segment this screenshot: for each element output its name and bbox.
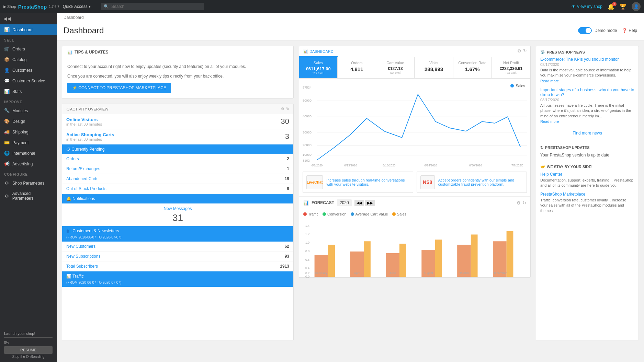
svg-text:June: June (389, 271, 396, 275)
active-carts-count: 3 (285, 132, 289, 141)
forecast-prev[interactable]: ◀◀ (354, 200, 364, 206)
notifications-icon[interactable]: 🔔1 (608, 3, 614, 10)
demo-toggle-switch[interactable] (578, 27, 592, 34)
sidebar-item-dashboard[interactable]: 📊 Dashboard (0, 24, 57, 35)
help-button[interactable]: ❓ Help (622, 28, 637, 33)
stats-icon: 📊 (4, 89, 10, 94)
sidebar-item-advanced-params[interactable]: ⚙ Advanced Parameters (0, 188, 57, 203)
update-icon: ↻ (540, 145, 543, 150)
online-visitors-count: 30 (281, 117, 289, 126)
sidebar-item-payment[interactable]: 💳 Payment (0, 137, 57, 148)
new-subscriptions-link[interactable]: New Subscriptions (66, 254, 100, 259)
sidebar-item-customers[interactable]: 👤 Customers (0, 65, 57, 75)
legend-label: Sales (516, 84, 525, 88)
view-shop-link[interactable]: 👁 View my shop (572, 4, 602, 9)
quick-access-menu[interactable]: Quick Access ▾ (63, 4, 91, 9)
news-article-2: Important stages of a business: why do y… (540, 87, 634, 124)
sales-chart-area: Sales 57524 50000 40000 30000 20000 1000… (299, 79, 530, 168)
demo-mode-label: Demo mode (595, 28, 617, 33)
tips-icon: 📊 (67, 50, 72, 55)
sidebar-item-catalog[interactable]: 📦 Catalog (0, 54, 57, 65)
chart-icon: 📊 (303, 49, 308, 54)
news-section: 📡 PRESTASHOP NEWS E-commerce: The KPIs y… (536, 46, 639, 142)
connect-button[interactable]: ⚡ CONNECT TO PRESTASHOP MARKETPLACE (67, 83, 171, 93)
traffic-subheader: (FROM 2020-06-07 TO 2020-07-07) (66, 281, 121, 284)
news-article-1-link[interactable]: Read more (540, 79, 559, 83)
pending-returns-link[interactable]: Return/Exchanges (66, 166, 100, 171)
tab-dashboard[interactable]: 📊 DASHBOARD (299, 46, 338, 57)
refresh-icon[interactable]: ↻ (523, 48, 527, 55)
stat-orders-label: Orders (342, 61, 372, 65)
sidebar-item-shipping[interactable]: 🚚 Shipping (0, 127, 57, 137)
pending-section-bar: ⏱ Currently Pending (62, 144, 293, 154)
total-subscribers-link[interactable]: Total Subscribers (66, 264, 98, 269)
new-messages-link[interactable]: New Messages (66, 206, 289, 211)
online-visitors-sub: in the last 30 minutes (66, 122, 102, 126)
updates-section: ↻ PRESTASHOP UPDATES Your PrestaShop ver… (536, 142, 639, 161)
resume-button[interactable]: RESUME (4, 346, 53, 354)
svg-text:December: December (493, 271, 507, 275)
help-center-link[interactable]: Help Center (540, 172, 634, 177)
active-carts-info: Active Shopping Carts in the last 30 min… (66, 132, 114, 141)
stat-sales: Sales €611,617.00 Tax excl. (299, 57, 338, 78)
svg-text:40000: 40000 (303, 115, 312, 118)
sidebar-item-design[interactable]: 🎨 Design (0, 116, 57, 127)
legend-traffic: Traffic (303, 212, 318, 216)
trophy-icon[interactable]: 🏆 (620, 3, 626, 10)
stay-item-2: PrestaShop Marketplace Traffic, conversi… (540, 192, 634, 213)
sidebar-item-orders[interactable]: 🛒 Orders (0, 44, 57, 54)
svg-text:1.2: 1.2 (305, 232, 309, 236)
search-icon: 🔍 (104, 4, 109, 9)
sidebar-toggle[interactable]: ◀◀ (3, 16, 11, 21)
eye-icon: 👁 (572, 4, 576, 9)
news-article-2-link[interactable]: Read more (540, 119, 559, 124)
sidebar-item-international[interactable]: 🌐 International (0, 148, 57, 159)
pending-orders-link[interactable]: Orders (66, 156, 79, 161)
online-visitors-label[interactable]: Online Visitors (66, 117, 102, 122)
dashboard-stats-row: Sales €611,617.00 Tax excl. Orders 4,811… (299, 57, 530, 79)
sidebar-item-stats[interactable]: 📊 Stats (0, 86, 57, 97)
stat-profit-label: Net Profit (496, 61, 526, 65)
svg-text:0.2: 0.2 (305, 271, 309, 275)
traffic-section-bar: 📊 Traffic (FROM 2020-06-07 TO 2020-07-07… (62, 271, 293, 287)
active-carts-label[interactable]: Active Shopping Carts (66, 132, 114, 137)
sidebar-design-label: Design (12, 119, 25, 124)
activity-gear-icon[interactable]: ⚙ (281, 107, 284, 111)
news-article-2-title[interactable]: Important stages of a business: why do y… (540, 87, 634, 97)
search-container: 🔍 (101, 3, 204, 10)
forecast-gear-icon[interactable]: ⚙ (517, 200, 521, 206)
stat-cart-value: €127.13 (380, 66, 410, 71)
logo[interactable]: ▶ Shop PrestaShop 1.7.6.7 (3, 4, 59, 10)
search-input[interactable] (101, 3, 204, 10)
marketplace-link[interactable]: PrestaShop Marketplace (540, 192, 634, 197)
activity-refresh-icon[interactable]: ↻ (286, 107, 289, 111)
gear-icon[interactable]: ⚙ (517, 48, 521, 55)
forecast-refresh-icon[interactable]: ↻ (522, 200, 526, 206)
svg-rect-30 (364, 241, 371, 277)
stat-orders: Orders 4,811 (338, 57, 376, 78)
design-icon: 🎨 (4, 119, 10, 124)
pending-oos-link[interactable]: Out of Stock Products (66, 186, 106, 191)
progress-percent: 0% (4, 341, 9, 345)
news-article-2-date: 08/17/2020 (540, 98, 634, 102)
sidebar-configure-section: CONFIGURE (0, 169, 57, 178)
legend-sales: Sales (392, 212, 407, 216)
sidebar-item-advertising[interactable]: 📢 Advertising (0, 159, 57, 169)
news-article-1-title[interactable]: E-commerce: The KPIs you should monitor (540, 57, 634, 62)
stat-profit-value: €222,336.61 (496, 66, 526, 71)
rss-icon: 📡 (540, 50, 545, 54)
pending-abandoned-link[interactable]: Abandoned Carts (66, 176, 98, 181)
sidebar-item-customer-service[interactable]: 💬 Customer Service (0, 75, 57, 86)
sidebar-catalog-label: Catalog (12, 57, 26, 62)
forecast-legend: Traffic Conversion Average Cart Value (299, 209, 530, 219)
stop-onboarding[interactable]: Stop the OnBoarding (4, 355, 53, 359)
avatar[interactable]: 👤 (632, 2, 641, 11)
sidebar-dashboard-label: Dashboard (12, 27, 33, 32)
sidebar-item-shop-params[interactable]: ⚙ Shop Parameters (0, 178, 57, 188)
sidebar-item-modules[interactable]: 🔧 Modules (0, 105, 57, 116)
find-more-news-link[interactable]: Find more news (540, 128, 634, 138)
new-customers-link[interactable]: New Customers (66, 244, 95, 249)
stat-conv-label: Conversion Rate (457, 61, 487, 65)
activity-overview-header: ⏱ ACTIVITY OVERVIEW ⚙ ↻ (62, 104, 293, 114)
forecast-next[interactable]: ▶▶ (365, 200, 375, 206)
